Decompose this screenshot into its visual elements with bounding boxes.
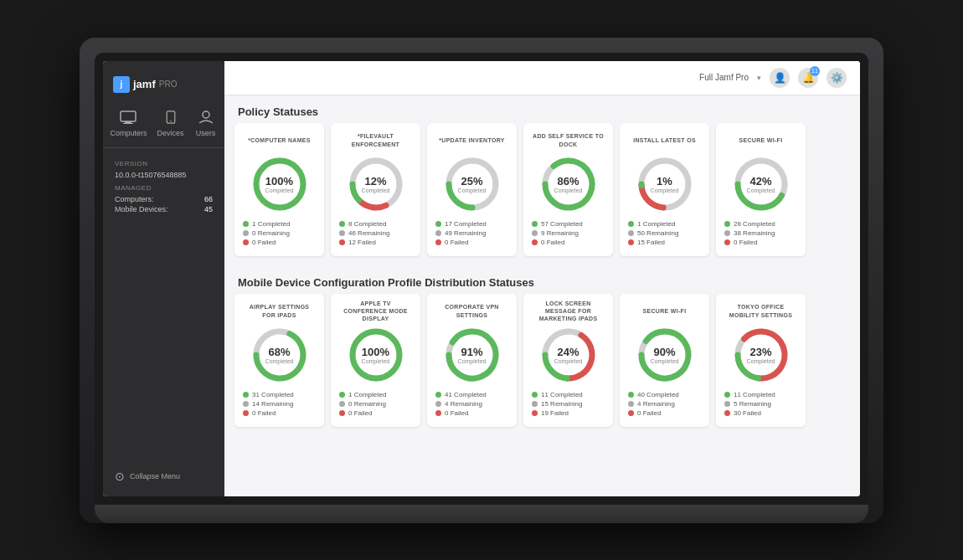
- user-icon[interactable]: 👤: [770, 68, 790, 88]
- donut-label: 24% Completed: [554, 346, 583, 364]
- donut-label: 100% Completed: [362, 346, 390, 364]
- svg-point-5: [203, 111, 209, 118]
- failed-dot: [628, 410, 634, 416]
- donut-percent: 100%: [265, 175, 294, 188]
- donut-sub: Completed: [458, 188, 487, 193]
- donut-label: 1% Completed: [651, 175, 679, 193]
- policy-card-4: INSTALL LATEST OS 1% Completed 1 Complet…: [620, 123, 709, 256]
- sidebar-devices-label: Devices: [157, 129, 184, 137]
- remaining-text: 46 Remaining: [348, 229, 389, 237]
- donut-sub: Completed: [747, 358, 775, 364]
- stat-failed: 0 Failed: [435, 239, 508, 246]
- sidebar-divider: [103, 147, 224, 148]
- card-title: LOCK SCREEN MESSAGE FOR MARKETING IPADS: [532, 302, 605, 321]
- policy-card-1: APPLE TV CONFERENCE MODE DISPLAY 100% Co…: [331, 294, 420, 427]
- donut-percent: 42%: [747, 175, 775, 188]
- donut-sub: Completed: [554, 188, 583, 193]
- failed-dot: [628, 239, 634, 245]
- completed-text: 40 Completed: [637, 391, 679, 398]
- settings-icon[interactable]: ⚙️: [827, 68, 847, 88]
- donut-percent: 68%: [265, 346, 294, 358]
- stat-remaining: 49 Remaining: [435, 229, 508, 237]
- top-bar: Full Jamf Pro ▾ 👤 🔔 11 ⚙️: [224, 61, 860, 95]
- stat-failed: 0 Failed: [628, 409, 701, 417]
- stat-failed: 12 Failed: [339, 239, 412, 246]
- donut-container: 100% Completed: [250, 155, 309, 213]
- remaining-dot: [628, 230, 634, 236]
- remaining-dot: [243, 401, 249, 407]
- failed-dot: [435, 239, 441, 245]
- stat-completed: 57 Completed: [532, 220, 605, 228]
- mobile-row: Mobile Devices: 45: [115, 205, 213, 213]
- failed-text: 0 Failed: [348, 409, 372, 417]
- logo-text: jamf: [133, 78, 156, 90]
- sidebar-item-computers[interactable]: Computers: [110, 108, 147, 137]
- donut-percent: 90%: [651, 346, 679, 358]
- donut-sub: Completed: [362, 358, 390, 364]
- donut-sub: Completed: [651, 188, 679, 193]
- failed-text: 19 Failed: [541, 409, 569, 417]
- donut-sub: Completed: [554, 358, 583, 364]
- card-title: SECURE WI-FI: [643, 302, 687, 321]
- donut-label: 100% Completed: [265, 175, 294, 193]
- policy-card-4: SECURE WI-FI 90% Completed 40 Completed …: [620, 294, 709, 427]
- remaining-dot: [724, 401, 730, 407]
- remaining-dot: [339, 230, 345, 236]
- nav-icons: Computers Devices Users: [110, 108, 217, 137]
- sidebar-item-devices[interactable]: Devices: [157, 108, 184, 137]
- remaining-text: 50 Remaining: [637, 229, 678, 237]
- computers-value: 66: [204, 195, 213, 203]
- stat-completed: 28 Completed: [724, 220, 797, 228]
- remaining-dot: [339, 401, 345, 407]
- completed-text: 28 Completed: [734, 220, 775, 228]
- remaining-dot: [724, 230, 730, 236]
- stat-remaining: 0 Remaining: [339, 400, 412, 408]
- stat-completed: 1 Completed: [243, 220, 316, 228]
- donut-sub: Completed: [651, 358, 679, 364]
- card-title: ADD SELF SERVICE TO DOCK: [532, 131, 605, 150]
- donut-label: 12% Completed: [362, 175, 390, 193]
- completed-dot: [339, 221, 345, 227]
- failed-text: 12 Failed: [348, 239, 376, 246]
- version-label: VERSION: [115, 160, 213, 167]
- stat-completed: 40 Completed: [628, 391, 701, 398]
- stat-completed: 17 Completed: [435, 220, 508, 228]
- remaining-dot: [628, 401, 634, 407]
- version-value: 10.0.0-t15076548885: [115, 171, 213, 179]
- collapse-menu-button[interactable]: ⊙ Collapse Menu: [103, 463, 224, 490]
- card-title: SECURE WI-FI: [739, 131, 783, 150]
- logo-pro: PRO: [159, 80, 178, 89]
- stat-failed: 0 Failed: [243, 409, 316, 417]
- stat-completed: 1 Completed: [339, 391, 412, 398]
- policy-card-5: SECURE WI-FI 42% Completed 28 Completed …: [716, 123, 806, 256]
- remaining-dot: [532, 230, 538, 236]
- logo-area: j jamf PRO: [103, 71, 224, 98]
- notifications-icon[interactable]: 🔔 11: [798, 68, 818, 88]
- policy-card-3: ADD SELF SERVICE TO DOCK 86% Completed 5…: [523, 123, 613, 256]
- computers-row: Computers: 66: [115, 195, 213, 203]
- policy-cards-grid: *COMPUTER NAMES 100% Completed 1 Complet…: [224, 123, 860, 266]
- policy-card-2: CORPORATE VPN SETTINGS 91% Completed 41 …: [427, 294, 517, 427]
- donut-container: 91% Completed: [443, 326, 502, 384]
- managed-label: MANAGED: [115, 184, 213, 192]
- mobile-value: 45: [204, 205, 213, 213]
- donut-container: 86% Completed: [539, 155, 598, 213]
- failed-text: 0 Failed: [445, 239, 468, 246]
- sidebar-item-users[interactable]: Users: [194, 108, 218, 137]
- completed-dot: [243, 221, 249, 227]
- failed-dot: [435, 410, 441, 416]
- donut-percent: 24%: [554, 346, 583, 358]
- completed-text: 11 Completed: [541, 391, 583, 398]
- stat-failed: 0 Failed: [532, 239, 605, 246]
- donut-percent: 12%: [362, 175, 390, 188]
- donut-label: 68% Completed: [265, 346, 294, 364]
- remaining-text: 49 Remaining: [445, 229, 486, 237]
- mobile-section-title: Mobile Device Configuration Profile Dist…: [224, 266, 860, 294]
- remaining-text: 5 Remaining: [734, 400, 771, 408]
- donut-sub: Completed: [747, 188, 775, 193]
- stat-failed: 0 Failed: [724, 239, 797, 246]
- remaining-text: 0 Remaining: [252, 229, 290, 237]
- donut-percent: 100%: [362, 346, 390, 358]
- donut-label: 42% Completed: [747, 175, 775, 193]
- card-title: *FILEVAULT ENFORCEMENT: [339, 131, 412, 150]
